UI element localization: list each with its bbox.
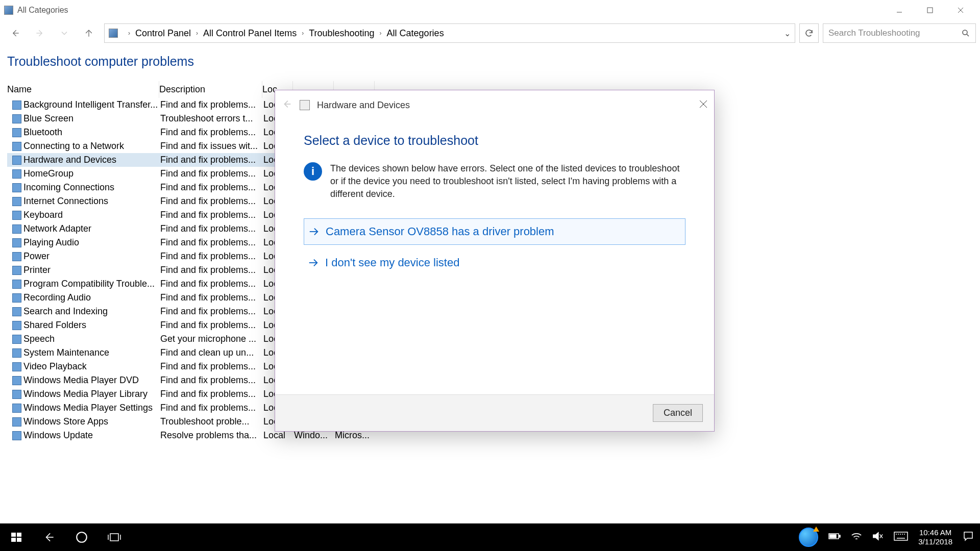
row-col4 bbox=[293, 139, 334, 153]
chevron-right-icon[interactable]: › bbox=[302, 30, 304, 37]
row-name-cell[interactable]: Speech bbox=[7, 332, 159, 346]
search-icon[interactable] bbox=[961, 29, 970, 38]
column-header[interactable]: Description bbox=[159, 81, 262, 98]
row-name-cell[interactable]: Keyboard bbox=[7, 208, 159, 222]
column-header[interactable]: Name bbox=[7, 81, 159, 98]
breadcrumb-item[interactable]: Troubleshooting bbox=[309, 28, 374, 39]
row-name-cell[interactable]: Windows Update bbox=[7, 429, 159, 442]
wifi-icon[interactable] bbox=[851, 531, 862, 543]
breadcrumb-item[interactable]: All Control Panel Items bbox=[203, 28, 297, 39]
minimize-button[interactable] bbox=[884, 0, 915, 20]
refresh-button[interactable] bbox=[799, 23, 819, 43]
chevron-right-icon[interactable]: › bbox=[128, 30, 130, 37]
row-name-cell[interactable]: Search and Indexing bbox=[7, 305, 159, 318]
row-name-cell[interactable]: Power bbox=[7, 249, 159, 263]
row-col5 bbox=[334, 194, 375, 208]
recent-locations-dropdown[interactable] bbox=[53, 22, 76, 44]
row-name-cell[interactable]: Windows Media Player Library bbox=[7, 387, 159, 401]
row-name-cell[interactable]: Shared Folders bbox=[7, 318, 159, 332]
search-input[interactable] bbox=[828, 28, 961, 38]
troubleshooter-icon bbox=[12, 431, 21, 440]
row-name-cell[interactable]: Playing Audio bbox=[7, 236, 159, 249]
cortana-button[interactable] bbox=[65, 523, 98, 551]
row-col4 bbox=[293, 236, 334, 249]
row-name-cell[interactable]: Hardware and Devices bbox=[7, 153, 159, 167]
row-name-cell[interactable]: Recording Audio bbox=[7, 291, 159, 305]
breadcrumb-item[interactable]: All Categories bbox=[387, 28, 444, 39]
row-col4 bbox=[293, 332, 334, 346]
row-name-cell[interactable]: Network Adapter bbox=[7, 222, 159, 236]
svg-rect-14 bbox=[11, 533, 16, 537]
row-col4 bbox=[293, 263, 334, 277]
row-col4 bbox=[293, 98, 334, 112]
row-col5: Micros... bbox=[334, 415, 375, 429]
breadcrumb-item[interactable]: Control Panel bbox=[135, 28, 191, 39]
row-name-text: Keyboard bbox=[23, 210, 63, 220]
column-header[interactable]: Loc bbox=[262, 81, 293, 98]
svg-point-7 bbox=[963, 30, 967, 35]
row-description: Find and fix problems... bbox=[159, 222, 262, 236]
row-name-cell[interactable]: Bluetooth bbox=[7, 126, 159, 139]
keyboard-icon[interactable] bbox=[894, 531, 908, 543]
row-description: Find and fix problems... bbox=[159, 236, 262, 249]
row-name-cell[interactable]: Video Playback bbox=[7, 360, 159, 373]
row-col5 bbox=[334, 277, 375, 291]
row-col4 bbox=[293, 194, 334, 208]
row-name-text: Windows Media Player Library bbox=[23, 389, 148, 399]
row-name-cell[interactable]: Blue Screen bbox=[7, 112, 159, 126]
row-col5: Micros... bbox=[334, 401, 375, 415]
row-name-cell[interactable]: Program Compatibility Trouble... bbox=[7, 277, 159, 291]
row-col5 bbox=[334, 222, 375, 236]
troubleshooter-icon bbox=[12, 114, 21, 123]
row-name-cell[interactable]: Printer bbox=[7, 263, 159, 277]
troubleshooter-icon bbox=[12, 404, 21, 413]
row-name-text: System Maintenance bbox=[23, 347, 109, 358]
chevron-right-icon[interactable]: › bbox=[380, 30, 382, 37]
row-name-cell[interactable]: System Maintenance bbox=[7, 346, 159, 360]
chevron-down-icon[interactable]: ⌄ bbox=[784, 29, 791, 38]
row-name-cell[interactable]: Background Intelligent Transfer... bbox=[7, 98, 159, 112]
row-name-cell[interactable]: Incoming Connections bbox=[7, 181, 159, 194]
troubleshooter-icon bbox=[12, 376, 21, 385]
row-description: Find and fix problems... bbox=[159, 194, 262, 208]
back-button[interactable] bbox=[4, 22, 27, 44]
row-col5 bbox=[334, 332, 375, 346]
column-header[interactable] bbox=[334, 81, 375, 98]
row-description: Find and fix problems... bbox=[159, 318, 262, 332]
taskbar-back-button[interactable] bbox=[33, 523, 65, 551]
row-name-cell[interactable]: Windows Media Player Settings bbox=[7, 401, 159, 415]
chevron-right-icon[interactable]: › bbox=[196, 30, 198, 37]
forward-button[interactable] bbox=[29, 22, 51, 44]
svg-rect-20 bbox=[110, 534, 118, 541]
row-name-cell[interactable]: Connecting to a Network bbox=[7, 139, 159, 153]
maximize-button[interactable] bbox=[915, 0, 945, 20]
battery-icon[interactable] bbox=[828, 532, 841, 542]
close-window-button[interactable] bbox=[945, 0, 976, 20]
address-bar[interactable]: › Control Panel › All Control Panel Item… bbox=[104, 23, 795, 43]
row-name-text: Windows Media Player Settings bbox=[23, 403, 153, 413]
row-name-cell[interactable]: Internet Connections bbox=[7, 194, 159, 208]
row-name-cell[interactable]: Windows Media Player DVD bbox=[7, 373, 159, 387]
svg-rect-1 bbox=[927, 8, 933, 13]
row-name-cell[interactable]: Windows Store Apps bbox=[7, 415, 159, 429]
row-col5 bbox=[334, 208, 375, 222]
search-box[interactable] bbox=[823, 23, 976, 43]
column-header[interactable] bbox=[293, 81, 334, 98]
up-button[interactable] bbox=[78, 22, 100, 44]
row-col5: Micros... bbox=[334, 373, 375, 387]
row-col4 bbox=[293, 305, 334, 318]
taskbar-clock[interactable]: 10:46 AM 3/11/2018 bbox=[918, 528, 952, 546]
row-col4: Windo... bbox=[293, 415, 334, 429]
start-button[interactable] bbox=[0, 523, 33, 551]
row-col3: Loc bbox=[262, 153, 293, 167]
row-col5 bbox=[334, 305, 375, 318]
task-view-button[interactable] bbox=[98, 523, 131, 551]
row-col5 bbox=[334, 112, 375, 126]
tray-app-icon[interactable] bbox=[799, 528, 818, 547]
action-center-icon[interactable] bbox=[963, 531, 974, 544]
volume-muted-icon[interactable] bbox=[872, 531, 884, 543]
row-col3: Loc bbox=[262, 277, 293, 291]
row-description: Find and fix problems... bbox=[159, 181, 262, 194]
row-name-cell[interactable]: HomeGroup bbox=[7, 167, 159, 181]
row-description: Resolve problems tha... bbox=[159, 429, 262, 442]
